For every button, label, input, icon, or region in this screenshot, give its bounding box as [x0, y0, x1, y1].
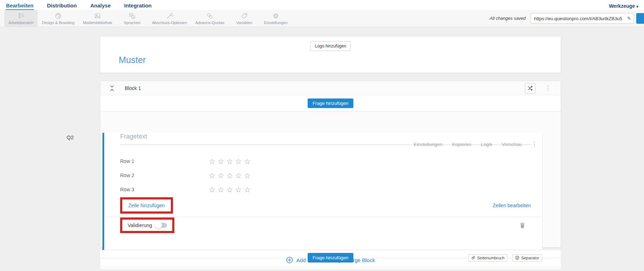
table-row: Row 3 ☆☆☆☆☆ [120, 182, 531, 197]
nav-tab-analyse[interactable]: Analyse [90, 1, 111, 10]
toolbar-item-einstellungen[interactable]: ⚙ Einstellungen [260, 10, 292, 27]
row-actions-line: Zeile hinzufügen Zeilen bearbeiten [120, 197, 531, 214]
toolbar-item-variablen[interactable]: Variablen [229, 10, 260, 27]
nav-tab-distribution[interactable]: Distribution [47, 1, 77, 10]
annotation-box-add-row: Zeile hinzufügen [120, 197, 173, 214]
question-number-label: Q2 [67, 134, 74, 140]
question-preview-link[interactable]: Vorschau [502, 142, 522, 147]
toolbar-item-abschluss-optionen[interactable]: Abschluss-Optionen [148, 10, 191, 27]
top-nav: Bearbeiten Distribution Analyse Integrat… [0, 0, 644, 10]
star-icon[interactable]: ☆ [244, 186, 253, 194]
question-settings-link[interactable]: Einstellungen [414, 142, 442, 147]
toolbar-item-advance-quotas[interactable]: Advance-Quotas [191, 10, 229, 27]
shuffle-questions-button[interactable] [525, 83, 536, 94]
star-icon[interactable]: ☆ [235, 157, 244, 165]
edit-rows-link[interactable]: Zeilen bearbeiten [493, 203, 531, 208]
delete-question-trash-icon[interactable] [519, 222, 526, 229]
star-rating[interactable]: ☆☆☆☆☆ [209, 172, 253, 179]
row-label[interactable]: Row 1 [120, 158, 209, 164]
wand-icon [166, 12, 173, 20]
survey-url-box: ✎ [531, 13, 634, 24]
editor-toolbar: Arbeitsbereich Design & Branding Medienb… [0, 10, 644, 27]
survey-url-input[interactable] [531, 16, 625, 21]
question-divider [104, 217, 542, 217]
nav-tab-integration[interactable]: Integration [124, 1, 152, 10]
star-icon[interactable]: ☆ [218, 171, 226, 180]
star-icon[interactable]: ☆ [235, 171, 244, 180]
question-copy-link[interactable]: Kopieren [452, 142, 471, 147]
toolbar-item-label: Arbeitsbereich [9, 21, 33, 25]
star-icon[interactable]: ☆ [226, 171, 235, 180]
tools-dropdown[interactable]: Werkzeuge ▾ [609, 3, 638, 10]
question-card: Einstellungen Kopieren Logik Vorschau ⋮ … [102, 133, 543, 250]
nav-tab-bearbeiten[interactable]: Bearbeiten [6, 1, 34, 10]
toolbar-item-medienbibliothek[interactable]: Medienbibliothek [79, 10, 117, 27]
page-break-icon [471, 256, 475, 260]
separator-label: Separator [521, 256, 539, 260]
star-icon[interactable]: ☆ [209, 171, 218, 180]
table-row: Row 2 ☆☆☆☆☆ [120, 168, 531, 182]
toolbar-item-design-branding[interactable]: Design & Branding [38, 10, 79, 27]
page-break-label: Seitenumbruch [477, 256, 504, 260]
collapse-block-icon[interactable] [110, 85, 114, 91]
workspace-icon [17, 12, 25, 20]
star-icon[interactable]: ☆ [244, 171, 253, 180]
row-label[interactable]: Row 2 [120, 173, 209, 178]
block-menu-kebab-icon[interactable]: ⋮ [545, 85, 551, 91]
toggle-knob [155, 222, 162, 229]
validation-label: Validierung [128, 222, 152, 228]
star-icon[interactable]: ☆ [226, 157, 235, 165]
question-menu-kebab-icon[interactable]: ⋮ [531, 141, 537, 147]
star-icon[interactable]: ☆ [244, 157, 253, 165]
toolbar-item-sprachen[interactable]: Aa Sprachen [117, 10, 148, 27]
star-icon[interactable]: ☆ [218, 157, 226, 165]
gear-icon: ⚙ [273, 12, 279, 20]
add-question-button-top[interactable]: Frage hinzufügen [308, 98, 353, 108]
star-icon[interactable]: ☆ [226, 186, 235, 194]
block-insert-actions: Seitenumbruch Separator [468, 254, 542, 261]
toolbar-item-label: Medienbibliothek [83, 21, 112, 25]
svg-text:a: a [133, 16, 134, 18]
separator-button[interactable]: Separator [512, 254, 542, 261]
page-break-button[interactable]: Seitenumbruch [468, 254, 508, 261]
rating-rows: Row 1 ☆☆☆☆☆ Row 2 ☆☆☆☆☆ Row 3 ☆☆☆☆☆ [120, 154, 531, 197]
edit-url-pencil-icon[interactable]: ✎ [625, 16, 634, 21]
image-icon [94, 12, 101, 20]
block-title: Block 1 [125, 85, 141, 91]
add-row-link[interactable]: Zeile hinzufügen [128, 203, 165, 208]
tag-icon [240, 12, 248, 20]
chain-icon [206, 12, 214, 20]
table-row: Row 1 ☆☆☆☆☆ [120, 154, 531, 168]
survey-editor-canvas: Q2 Logo hinzufügen Muster Block 1 ⋮ Frag… [0, 27, 644, 271]
question-logic-link[interactable]: Logik [481, 142, 492, 147]
star-rating[interactable]: ☆☆☆☆☆ [209, 158, 253, 165]
star-icon[interactable]: ☆ [209, 186, 218, 194]
translate-icon: Aa [128, 12, 136, 20]
annotation-box-validation: Validierung [120, 218, 174, 233]
row-label[interactable]: Row 3 [120, 187, 209, 192]
toolbar-item-label: Einstellungen [264, 21, 287, 25]
copy-url-button[interactable] [636, 13, 644, 24]
survey-title[interactable]: Muster [119, 55, 146, 65]
validation-toggle[interactable] [156, 223, 167, 228]
separator-icon [515, 256, 519, 260]
add-question-button-bottom[interactable]: Frage hinzufügen [308, 253, 353, 262]
toolbar-item-arbeitsbereich[interactable]: Arbeitsbereich [4, 10, 38, 27]
star-icon[interactable]: ☆ [218, 186, 226, 194]
save-status: All changes saved [490, 16, 526, 21]
add-logo-button[interactable]: Logo hinzufügen [310, 41, 351, 51]
add-question-top-row: Frage hinzufügen [100, 95, 561, 112]
survey-header-card: Logo hinzufügen Muster [100, 36, 561, 73]
question-toolbar: Einstellungen Kopieren Logik Vorschau ⋮ [414, 141, 537, 147]
toolbar-item-label: Abschluss-Optionen [152, 21, 187, 25]
plus-circle-icon [286, 256, 293, 264]
toolbar-item-label: Advance-Quotas [195, 21, 224, 25]
toolbar-item-label: Sprachen [124, 21, 140, 25]
star-rating[interactable]: ☆☆☆☆☆ [209, 186, 253, 193]
palette-icon [54, 12, 62, 20]
validation-line: Validierung [120, 218, 531, 233]
star-icon[interactable]: ☆ [235, 186, 244, 194]
block-header: Block 1 ⋮ [100, 81, 561, 95]
star-icon[interactable]: ☆ [209, 157, 218, 165]
tools-dropdown-label: Werkzeuge [609, 3, 635, 9]
